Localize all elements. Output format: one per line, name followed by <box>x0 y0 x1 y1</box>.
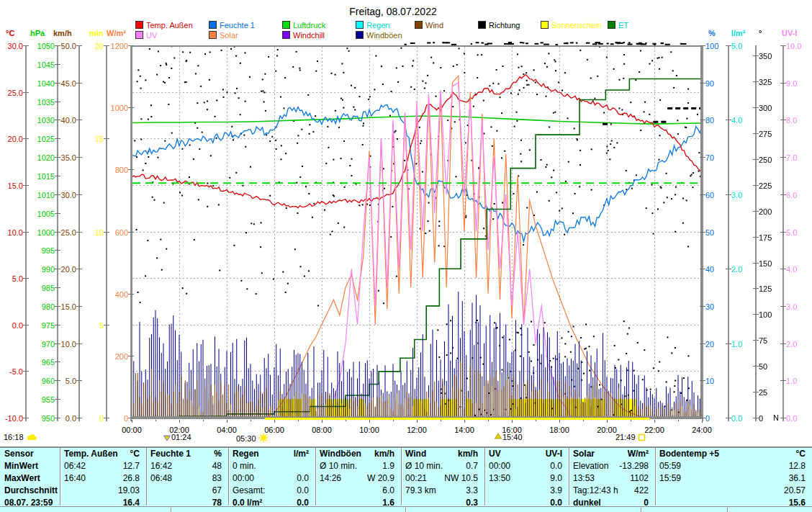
table-column-unit: °C <box>60 449 140 459</box>
axis-tick <box>780 194 786 195</box>
table-cell-value: 1.6 <box>315 498 394 508</box>
legend-swatch-icon <box>415 21 423 29</box>
axis-tick <box>76 194 82 195</box>
sun-moon-marker: 21:49 <box>615 433 646 441</box>
axis-tick <box>726 45 731 46</box>
table-cell-value: 12.8 <box>655 462 806 471</box>
axis-tick <box>753 366 759 367</box>
axis-tick-label: 0.0 <box>786 414 812 423</box>
axis-tick <box>55 176 60 176</box>
table-column-unit: °C <box>655 449 806 459</box>
x-axis-label: 10:00 <box>352 426 387 434</box>
table-cell-value: 12.7 <box>60 462 140 471</box>
axis-tick-label: 5.0 <box>0 274 23 283</box>
sun-moon-marker: 05:30 <box>236 433 269 443</box>
axis-tick-label: 300 <box>759 104 789 112</box>
axis-tick <box>753 133 759 134</box>
axis-header: hPa <box>30 29 45 37</box>
axis-tick-label: 5 <box>76 321 104 330</box>
axis-line <box>728 45 729 421</box>
legend-swatch-icon <box>356 31 364 39</box>
axis-tick-label: 1045 <box>27 60 55 69</box>
legend-label: Luftdruck <box>293 21 325 30</box>
axis-tick-label: -10.0 <box>0 414 23 423</box>
table-cell-value: 20.57 <box>655 486 806 495</box>
axis-tick-label: 20.0 <box>49 265 76 274</box>
axis-header: W/m² <box>107 29 126 37</box>
axis-tick-label: 1.0 <box>786 377 812 385</box>
axis-tick <box>700 232 705 233</box>
axis-tick <box>128 418 134 418</box>
axis-tick-label: 200 <box>101 352 128 361</box>
axis-tick-label: 10 <box>76 228 104 237</box>
axis-tick-label: 200 <box>759 207 789 216</box>
table-cell-value: -13.298 <box>569 462 649 471</box>
table-cell-value: 83 <box>146 474 222 483</box>
legend-label: Windchill <box>293 31 325 40</box>
axis-tick-label: 6.0 <box>786 191 812 199</box>
legend-swatch-icon <box>135 21 143 29</box>
arrow-down-icon <box>163 433 171 441</box>
axis-line <box>782 45 784 421</box>
legend-swatch-icon <box>209 21 217 29</box>
table-cell-value: 48 <box>146 462 222 471</box>
axis-tick-label: 20 <box>76 42 104 50</box>
axis-tick <box>753 288 759 289</box>
table-next-row-divider <box>641 508 641 512</box>
legend-item: Temp. Außen <box>135 21 193 30</box>
axis-tick-label: 50 <box>705 228 736 237</box>
axis-tick <box>55 399 60 400</box>
axis-tick <box>780 232 786 233</box>
axis-tick <box>753 314 759 315</box>
axis-tick-label: 10.0 <box>49 340 76 349</box>
table-cell-value: 19.03 <box>60 486 140 495</box>
axis-tick <box>700 343 705 344</box>
table-cell-value: W 20.9 <box>315 474 394 483</box>
axis-tick <box>55 325 60 325</box>
axis-tick <box>700 157 705 158</box>
legend-swatch-icon <box>541 21 549 29</box>
axis-tick <box>780 306 786 307</box>
table-column-unit: W/m² <box>569 449 649 459</box>
axis-tick-label: 3.0 <box>731 191 762 199</box>
axis-header: l/m² <box>731 29 746 37</box>
axis-tick <box>780 45 786 46</box>
axis-tick-label: 600 <box>101 228 128 237</box>
axis-tick-label: 995 <box>27 246 55 255</box>
table-column-divider <box>228 448 229 506</box>
axis-tick-label: 800 <box>101 166 128 174</box>
axis-tick <box>753 159 759 160</box>
axis-tick <box>780 157 786 158</box>
axis-tick-label: 5.0 <box>49 377 76 385</box>
table-cell-value: 36.1 <box>655 474 806 483</box>
axis-tick <box>780 418 786 418</box>
legend-label: Wind <box>425 21 443 30</box>
table-row-label: Sensor <box>4 449 34 459</box>
sun-moon-marker: 01:24 <box>163 433 191 441</box>
table-cell-value: 3.3 <box>401 486 478 495</box>
axis-header: min <box>89 29 104 37</box>
axis-tick <box>76 120 82 120</box>
table-column-divider <box>655 448 656 506</box>
legend-item: Solar <box>209 31 238 40</box>
axis-tick <box>104 138 109 139</box>
table-cell-value: 67 <box>146 486 222 495</box>
legend-label: Feuchte 1 <box>220 21 255 30</box>
axis-tick-label: 15.0 <box>0 181 23 190</box>
table-column-divider <box>401 448 402 506</box>
table-cell-value: 1102 <box>569 474 649 483</box>
axis-tick <box>700 83 705 84</box>
axis-tick-label: 30 <box>705 302 736 311</box>
arrow-up-icon <box>494 433 502 441</box>
legend-label: Temp. Außen <box>146 21 193 30</box>
axis-tick <box>128 356 134 356</box>
axis-tick-label: 0 <box>76 414 104 423</box>
legend-swatch-icon <box>209 31 217 39</box>
axis-tick <box>128 294 134 295</box>
table-next-row-divider <box>171 508 171 512</box>
axis-tick <box>700 194 705 195</box>
axis-tick-label: 2.0 <box>731 265 762 274</box>
table-cell-value: 0.3 <box>401 498 478 508</box>
table-next-row-divider <box>727 508 728 512</box>
table-cell-value: 1.9 <box>315 462 394 471</box>
